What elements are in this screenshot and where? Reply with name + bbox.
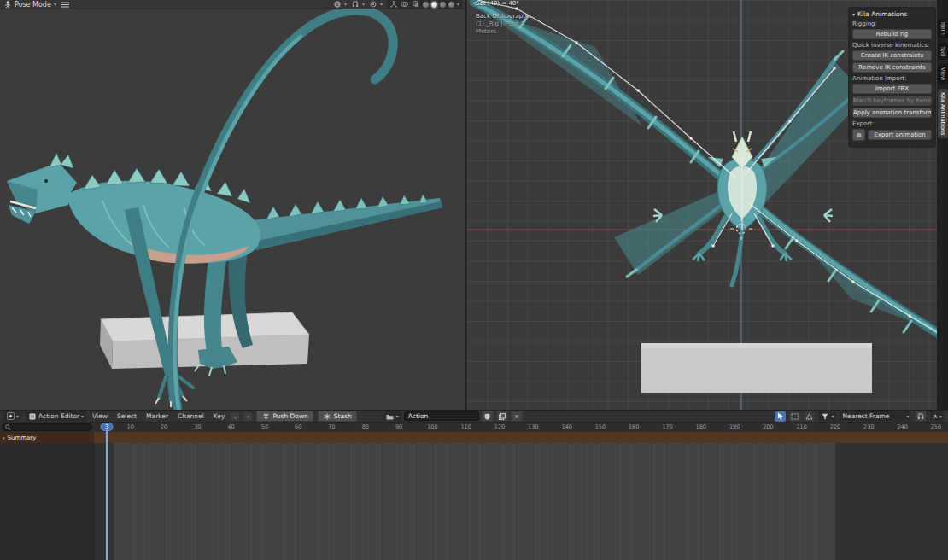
- summary-label: Summary: [8, 435, 37, 441]
- create-ik-constraints-button[interactable]: Create IK constraints: [852, 50, 932, 61]
- ruler-tick: 30: [194, 423, 201, 430]
- proportional-circle-icon: [369, 0, 377, 9]
- transform-orientation-dropdown[interactable]: ▾: [333, 0, 347, 9]
- falloff-dropdown[interactable]: ∧ ▾: [930, 411, 945, 421]
- tab-view[interactable]: View: [938, 64, 948, 84]
- ruler-tick: 100: [427, 423, 437, 430]
- dopesheet-menus: ViewSelectMarkerChannelKey: [91, 412, 226, 420]
- current-frame-indicator[interactable]: 3: [101, 423, 114, 431]
- push-down-button[interactable]: Push Down: [256, 411, 313, 422]
- action-editor-icon: [28, 412, 37, 421]
- dopesheet-editor[interactable]: ▾ Action Editor ▾ ViewSelectMarkerChanne…: [0, 410, 948, 560]
- unlink-action-button[interactable]: ×: [511, 411, 523, 422]
- ruler-tick: 210: [796, 423, 806, 430]
- browse-action-icon: [386, 412, 395, 421]
- ruler-tick: 20: [161, 423, 167, 430]
- dopesheet-header: ▾ Action Editor ▾ ViewSelectMarkerChanne…: [0, 411, 948, 423]
- shading-mode-group: ▾: [387, 0, 462, 9]
- select-lasso-tool-button[interactable]: [804, 411, 815, 422]
- stash-button[interactable]: Stash: [318, 411, 357, 422]
- keyframe-area[interactable]: [0, 443, 948, 560]
- ruler-tick: 10: [127, 423, 134, 430]
- wyvern-side-view: [0, 0, 465, 410]
- chevron-down-icon: ▾: [54, 2, 56, 7]
- action-frame-range: [114, 443, 835, 560]
- channel-search-box[interactable]: [2, 423, 92, 431]
- blender-window: Pose Mode ▾ ▾ ▾: [0, 0, 948, 560]
- snap-magnet-button[interactable]: [915, 411, 927, 422]
- section-label-rigging: Rigging:: [852, 20, 932, 27]
- match-keyframes-by-bone-name-button[interactable]: Match keyframes by bone name: [852, 96, 932, 106]
- menu-key[interactable]: Key: [212, 412, 227, 420]
- viewport-3d-left[interactable]: Pose Mode ▾ ▾ ▾: [0, 0, 465, 410]
- tab-item[interactable]: Item: [938, 19, 948, 38]
- chevron-down-icon: ▾: [362, 2, 365, 7]
- ruler-tick: 240: [897, 423, 907, 430]
- viewport-header: Pose Mode ▾ ▾ ▾: [0, 0, 465, 9]
- rebuild-rig-button[interactable]: Rebuild rig: [852, 29, 932, 39]
- select-box-tool-button[interactable]: [789, 411, 800, 422]
- editor-type-dropdown[interactable]: ▾: [3, 411, 21, 421]
- tab-kila-animations[interactable]: Kila Animations: [938, 89, 948, 138]
- new-action-button[interactable]: [496, 411, 508, 422]
- active-object-overlay: (1) _Rig | Pose 1: [476, 20, 524, 28]
- menu-select[interactable]: Select: [115, 412, 138, 420]
- dopesheet-mode-dropdown[interactable]: Action Editor ▾: [26, 411, 86, 421]
- shading-material-icon[interactable]: [440, 2, 446, 8]
- summary-channel[interactable]: ▾ Summary: [0, 432, 94, 443]
- sidebar-panel: ▾ Kila Animations Rigging:Rebuild rigQui…: [848, 7, 936, 148]
- panel-body: Rigging:Rebuild rigQuick inverse kinemat…: [852, 20, 932, 141]
- menu-channel[interactable]: Channel: [176, 412, 206, 420]
- fake-user-button[interactable]: [482, 411, 494, 422]
- chevron-down-icon: ▾: [16, 414, 19, 419]
- tweak-tool-button[interactable]: [775, 411, 786, 422]
- ruler-tick: 160: [629, 423, 639, 430]
- view-name-overlay: Back Orthographic: [476, 13, 531, 20]
- menu-view[interactable]: View: [91, 412, 109, 420]
- action-name-value: Action: [408, 412, 429, 420]
- shading-wireframe-icon[interactable]: [423, 2, 429, 8]
- mode-dropdown[interactable]: Pose Mode ▾: [3, 0, 56, 9]
- summary-keyframe-strip[interactable]: [94, 432, 948, 443]
- sidebar-tabstrip: ItemToolViewKila Animations: [937, 0, 948, 410]
- playhead-line[interactable]: [106, 431, 108, 560]
- viewport-3d-right[interactable]: Set (40) = 40° Back Orthographic (1) _Ri…: [467, 0, 948, 410]
- chevron-down-icon: ▾: [396, 414, 399, 419]
- snap-mode-dropdown[interactable]: Nearest Frame ▾: [840, 411, 911, 421]
- search-icon: [5, 424, 11, 430]
- ruler-tick: 80: [362, 423, 369, 430]
- xray-toggle-icon[interactable]: [412, 0, 420, 9]
- chevron-down-icon: ▾: [906, 414, 909, 419]
- panel-header[interactable]: ▾ Kila Animations: [852, 10, 932, 18]
- chevron-down-icon: ▾: [939, 414, 942, 419]
- export-row: ⊗Export animation: [852, 129, 932, 141]
- proportional-editing-dropdown[interactable]: ▾: [369, 0, 383, 9]
- ruler-tick: 150: [595, 423, 606, 430]
- falloff-icon: ∧: [933, 412, 938, 420]
- browse-action-dropdown[interactable]: ▾: [383, 411, 401, 421]
- menu-marker[interactable]: Marker: [144, 412, 170, 420]
- channel-column[interactable]: [0, 443, 95, 560]
- export-settings-icon[interactable]: ⊗: [852, 129, 865, 141]
- expand-triangle-icon: ▾: [3, 435, 5, 440]
- apply-animation-transform-button[interactable]: Apply animation transform: [852, 108, 932, 118]
- current-frame-value: 3: [105, 423, 108, 430]
- show-overlays-icon[interactable]: [401, 0, 409, 9]
- ruler-tick: 90: [395, 423, 402, 430]
- tab-tool[interactable]: Tool: [938, 43, 948, 61]
- menus-collapsed-icon[interactable]: [61, 0, 70, 9]
- remove-ik-constraints-button[interactable]: Remove IK constraints: [852, 62, 932, 73]
- filter-dropdown[interactable]: ▾: [818, 411, 836, 421]
- action-name-field[interactable]: Action: [404, 411, 479, 421]
- show-gizmo-icon[interactable]: [389, 0, 398, 9]
- import-fbx-button[interactable]: Import FBX: [852, 84, 932, 94]
- transform-readout: Set (40) = 40°: [476, 0, 519, 8]
- ruler-tick: 250: [931, 423, 941, 430]
- snapping-dropdown[interactable]: ▾: [351, 0, 365, 9]
- mode-label: Pose Mode: [15, 1, 51, 9]
- move-down-button[interactable]: ▾: [243, 412, 252, 421]
- export-animation-button[interactable]: Export animation: [868, 130, 932, 140]
- shading-solid-icon[interactable]: [431, 2, 437, 8]
- shading-rendered-icon[interactable]: [448, 2, 454, 8]
- move-up-button[interactable]: ▴: [231, 412, 239, 421]
